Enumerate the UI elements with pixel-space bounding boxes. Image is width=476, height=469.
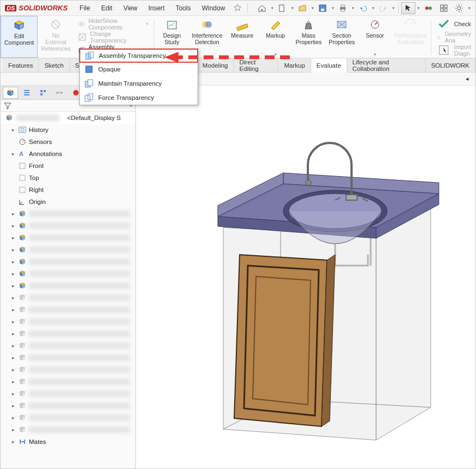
dropdown-icon[interactable]: ▾ [467,2,471,14]
ribbon-markup[interactable]: Markup ▾ [259,16,292,58]
menu-window[interactable]: Window [198,3,230,13]
tree-component[interactable]: ▸ [1,208,135,220]
dropdown-icon[interactable]: ▾ [416,2,420,14]
ribbon-no-external-refs[interactable]: No External References [38,16,74,58]
panel-tab-config[interactable] [35,87,51,99]
expander-icon[interactable]: ▸ [10,235,16,240]
open-icon[interactable] [295,2,310,14]
tab-markup[interactable]: Markup [278,58,311,72]
expander-icon[interactable]: ▸ [10,283,16,288]
tab-solidworks-addins[interactable]: SOLIDWORK [426,58,475,72]
ribbon-section-properties[interactable]: Section Properties [325,16,359,58]
ribbon-measure[interactable]: Measure [225,16,259,58]
ribbon-geometry-analysis[interactable]: Geometry Ana [435,31,473,43]
tree-component[interactable]: ▸ [1,352,135,364]
undo-icon[interactable] [356,2,370,14]
ribbon-change-transparency[interactable]: Change Transparency [76,31,151,43]
tree-component[interactable]: ▸ [1,232,135,244]
tree-component[interactable]: ▸ [1,388,135,400]
tree-component[interactable]: ▸ [1,304,135,316]
expander-icon[interactable]: ▸ [10,403,16,408]
settings-gear-icon[interactable] [452,2,466,14]
menu-opaque[interactable]: Opaque [80,62,198,76]
tree-mates[interactable]: ▸ Mates [1,436,135,448]
tree-component[interactable]: ▸ [1,328,135,340]
tree-origin[interactable]: Origin [1,196,135,208]
expander-icon[interactable]: ▸ [10,355,16,360]
tree-component[interactable]: ▸ [1,292,135,304]
menu-maintain-transparency[interactable]: Maintain Transparency [80,76,198,91]
tree-component[interactable]: ▸ [1,244,135,256]
ribbon-check[interactable]: Check [435,18,473,30]
expander-icon[interactable]: ▸ [10,331,16,336]
panel-tab-feature-tree[interactable] [3,87,18,99]
expander-icon[interactable]: ▸ [10,223,16,229]
tree-top-plane[interactable]: Top [1,172,135,184]
tab-features[interactable]: Features [3,58,39,72]
tab-modeling[interactable]: Modeling [197,58,234,72]
tree-component[interactable]: ▸ [1,400,135,412]
panel-tab-dim[interactable] [52,87,67,99]
expander-icon[interactable]: ▸ [10,439,16,444]
cursor-select-icon[interactable] [401,2,415,14]
save-icon[interactable] [316,2,330,14]
tab-lifecycle[interactable]: Lifecycle and Collaboration [347,58,426,72]
expander-icon[interactable]: ▸ [10,259,16,264]
expander-icon[interactable]: ▸ [10,307,16,312]
menu-tools[interactable]: Tools [171,3,195,13]
tree-component[interactable]: ▸ [1,412,135,424]
tab-sketch[interactable]: Sketch [39,58,69,72]
ribbon-import-diagnostics[interactable]: Import Diagn [435,44,473,56]
ribbon-edit-component[interactable]: Edit Component [1,16,38,58]
tree-front-plane[interactable]: Front [1,160,135,172]
expander-icon[interactable]: ▸ [10,151,16,157]
expander-icon[interactable]: ▸ [10,367,16,372]
dropdown-icon[interactable]: ▾ [371,2,375,14]
new-icon[interactable] [275,2,289,14]
expander-icon[interactable]: ▸ [10,271,16,276]
panel-tab-property[interactable] [19,87,34,99]
tab-direct-editing[interactable]: Direct Editing [234,58,279,72]
tree-component[interactable]: ▸ [1,268,135,280]
graphics-viewport[interactable] [136,86,475,468]
tree-sensors[interactable]: Sensors [1,136,135,148]
tree-component[interactable]: ▸ [1,220,135,232]
expander-icon[interactable]: ▸ [10,379,16,384]
home-icon[interactable] [255,2,269,14]
dropdown-icon[interactable]: ▾ [351,2,355,14]
tree-component[interactable]: ▸ [1,316,135,328]
redo-icon[interactable] [376,2,390,14]
dropdown-icon[interactable]: ▾ [331,2,335,14]
ribbon-hide-show[interactable]: Hide/Show Components ▾ [76,18,151,30]
tree-component[interactable]: ▸ [1,340,135,352]
dropdown-icon[interactable]: ▾ [290,2,294,14]
print-icon[interactable] [336,2,350,14]
menu-view[interactable]: View [119,3,142,13]
expander-icon[interactable]: ▸ [10,391,16,396]
expander-icon[interactable]: ▸ [10,211,16,217]
expander-icon[interactable]: ▸ [10,319,16,324]
expander-icon[interactable]: ▸ [10,127,16,133]
ribbon-mass-properties[interactable]: Mass Properties [292,16,325,58]
tab-evaluate[interactable]: Evaluate [311,58,347,73]
tree-component[interactable]: ▸ [1,376,135,388]
breadcrumb-dropdown-icon[interactable]: ◂ [463,75,471,83]
menu-force-transparency[interactable]: Force Transparency [80,91,198,105]
tree-component[interactable]: ▸ [1,280,135,292]
ribbon-sensor[interactable]: Sensor ▾ [358,16,391,58]
expander-icon[interactable]: ▸ [10,427,16,432]
ribbon-performance-eval[interactable]: Performance Evaluation [391,16,430,58]
tree-annotations[interactable]: ▸ A Annotations [1,148,135,160]
tree-root[interactable]: <Default_Display S [1,112,135,124]
tree-component[interactable]: ▸ [1,424,135,436]
expander-icon[interactable]: ▸ [10,295,16,300]
dropdown-icon[interactable]: ▾ [270,2,274,14]
tree-component[interactable]: ▸ [1,256,135,268]
menu-edit[interactable]: Edit [97,3,117,13]
menu-insert[interactable]: Insert [144,3,169,13]
dropdown-icon[interactable]: ▾ [391,2,395,14]
expander-icon[interactable]: ▸ [10,343,16,348]
traffic-light-icon[interactable] [421,2,436,14]
menu-file[interactable]: File [75,3,94,13]
tree-right-plane[interactable]: Right [1,184,135,196]
